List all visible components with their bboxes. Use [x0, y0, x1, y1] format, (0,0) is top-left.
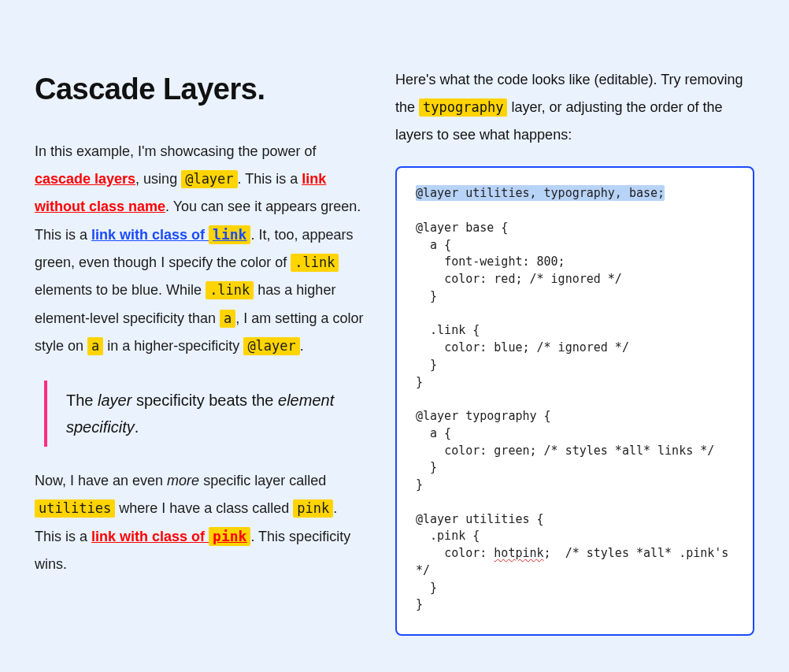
- code-line: @layer base {: [416, 221, 508, 235]
- code-typography: typography: [419, 98, 507, 117]
- code-line: }: [416, 375, 423, 389]
- text: .: [135, 418, 139, 436]
- code-line: }: [416, 289, 437, 303]
- code-line: color: green; /* styles *all* links */: [416, 444, 714, 458]
- text: , using: [135, 171, 181, 187]
- right-intro: Here's what the code looks like (editabl…: [395, 66, 754, 149]
- code-link-class: link: [209, 225, 250, 244]
- blockquote: The layer specificity beats the element …: [44, 381, 364, 447]
- link-text: link with class of: [91, 529, 209, 544]
- link-with-class-link[interactable]: link with class of link: [91, 227, 250, 243]
- code-dot-link-2: .link: [206, 281, 254, 299]
- link-text: link with class of: [91, 227, 209, 243]
- code-line: }: [416, 581, 437, 595]
- code-at-layer-2: @layer: [243, 337, 299, 355]
- text: in a higher-specificity: [103, 338, 243, 354]
- code-line: a {: [416, 238, 451, 252]
- code-line: .pink {: [416, 529, 480, 543]
- paragraph-2: Now, I have an even more specific layer …: [35, 467, 364, 578]
- code-dot-link-1: .link: [291, 254, 339, 272]
- code-line: }: [416, 460, 437, 474]
- page-title: Cascade Layers.: [35, 72, 364, 106]
- code-editor[interactable]: @layer utilities, typography, base; @lay…: [395, 166, 754, 636]
- code-line: }: [416, 597, 423, 611]
- emphasis-layer: layer: [98, 392, 132, 409]
- code-at-layer: @layer: [181, 170, 237, 188]
- text: Now, I have an even: [35, 473, 167, 488]
- cascade-layers-link[interactable]: cascade layers: [35, 171, 135, 187]
- code-pink-class: pink: [293, 499, 333, 518]
- link-with-class-pink[interactable]: link with class of pink: [91, 529, 250, 544]
- selected-line: @layer utilities, typography, base;: [416, 185, 665, 201]
- code-a-2: a: [87, 337, 103, 355]
- code-line: a {: [416, 426, 451, 440]
- text: where I have a class called: [115, 500, 293, 516]
- text: specificity beats the: [132, 392, 278, 409]
- text: .: [300, 338, 304, 354]
- text: elements to be blue. While: [35, 282, 206, 298]
- emphasis-more: more: [167, 473, 199, 488]
- code-line: font-weight: 800;: [416, 254, 565, 269]
- code-line: @layer utilities {: [416, 512, 544, 526]
- code-line: .link {: [416, 323, 480, 337]
- spell-error-hotpink: hotpink: [494, 546, 543, 560]
- text: . This is a: [238, 171, 302, 187]
- code-line: color: blue; /* ignored */: [416, 340, 629, 355]
- code-line: color: red; /* ignored */: [416, 272, 622, 286]
- code-pink: pink: [209, 527, 250, 546]
- code-content[interactable]: @layer utilities, typography, base; @lay…: [416, 185, 734, 614]
- code-utilities: utilities: [35, 499, 115, 518]
- text: In this example, I'm showcasing the powe…: [35, 143, 317, 159]
- paragraph-1: In this example, I'm showcasing the powe…: [35, 138, 364, 360]
- code-line: }: [416, 477, 423, 492]
- code-a-1: a: [220, 310, 235, 328]
- code-line: }: [416, 358, 437, 372]
- code-line: color: hotpink; /* styles *all* .pink's …: [416, 546, 735, 577]
- text: specific layer called: [199, 473, 326, 488]
- text: The: [66, 392, 98, 409]
- code-line: @layer typography {: [416, 409, 551, 423]
